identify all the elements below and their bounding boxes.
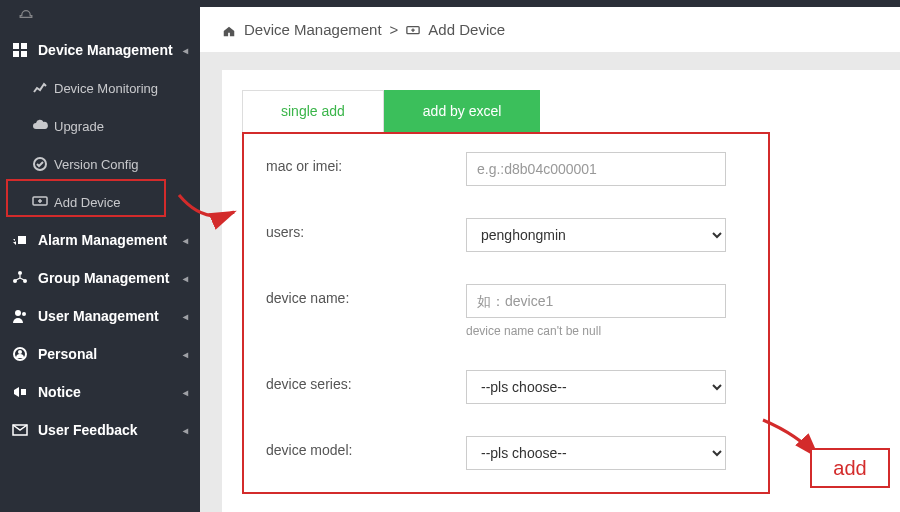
chevron-left-icon: ◂ [183,235,188,246]
sidebar-item-alarm-management[interactable]: Alarm Management ◂ [0,221,200,259]
svg-rect-2 [13,51,19,57]
sidebar-item-label: Device Management [38,42,173,58]
sidebar-item-user-feedback[interactable]: User Feedback ◂ [0,411,200,449]
sidebar-item-device-management[interactable]: Device Management ◂ [0,31,200,69]
chevron-left-icon: ◂ [183,425,188,436]
sidebar-item-notice[interactable]: Notice ◂ [0,373,200,411]
form-row-series: device series: --pls choose-- [266,370,746,404]
sidebar-item-add-device[interactable]: Add Device [0,183,200,221]
sidebar-item-label: Add Device [54,195,120,210]
svg-rect-3 [21,51,27,57]
sidebar-item-label: Notice [38,384,81,400]
sidebar-item-label: User Management [38,308,159,324]
model-select[interactable]: --pls choose-- [466,436,726,470]
chevron-left-icon: ◂ [183,273,188,284]
form-row-mac: mac or imei: [266,152,746,186]
add-device-breadcrumb-icon [406,21,420,38]
user-management-icon [12,308,38,324]
topbar [0,0,900,7]
sidebar-item-upgrade[interactable]: Upgrade [0,107,200,145]
sidebar-item-label: Upgrade [54,119,104,134]
version-icon [32,156,54,172]
mac-input[interactable] [466,152,726,186]
notice-icon [12,384,38,400]
tabs: single add add by excel [242,90,880,132]
chart-icon [32,80,54,96]
svg-point-10 [22,312,26,316]
svg-point-12 [18,350,22,354]
series-label: device series: [266,370,466,392]
svg-rect-0 [13,43,19,49]
sidebar-item-version-config[interactable]: Version Config [0,145,200,183]
sidebar-item-label: Version Config [54,157,139,172]
content: single add add by excel mac or imei: use… [222,70,900,512]
breadcrumb-part2: Add Device [428,21,505,38]
right-column: longitude: latitude: daily flow monthly … [302,494,397,512]
annotation-add-label: add [810,448,890,488]
sidebar: Device Management ◂ Device Monitoring Up… [0,7,200,512]
sidebar-item-label: Personal [38,346,97,362]
sidebar-item-label: Alarm Management [38,232,167,248]
breadcrumb-part1[interactable]: Device Management [244,21,382,38]
tab-single-add[interactable]: single add [242,90,384,132]
series-select[interactable]: --pls choose-- [466,370,726,404]
feedback-icon [12,422,38,438]
tab-add-by-excel[interactable]: add by excel [384,90,541,132]
sidebar-item-label: Device Monitoring [54,81,158,96]
devicename-hint: device name can't be null [466,324,726,338]
sidebar-item-personal[interactable]: Personal ◂ [0,335,200,373]
cloud-icon [32,118,54,134]
svg-point-6 [18,271,22,275]
add-device-icon [32,194,54,210]
form-highlight: mac or imei: users: penghongmin device n… [242,132,770,494]
grid-icon [12,42,38,58]
sidebar-logo [0,7,200,31]
breadcrumb-sep: > [390,21,399,38]
sidebar-item-group-management[interactable]: Group Management ◂ [0,259,200,297]
sidebar-item-user-management[interactable]: User Management ◂ [0,297,200,335]
chevron-left-icon: ◂ [183,45,188,56]
devicename-label: device name: [266,284,466,306]
svg-rect-1 [21,43,27,49]
form-row-model: device model: --pls choose-- [266,436,746,470]
users-label: users: [266,218,466,240]
users-select[interactable]: penghongmin [466,218,726,252]
svg-point-9 [15,310,21,316]
home-icon [222,21,236,38]
chevron-left-icon: ◂ [183,387,188,398]
chevron-left-icon: ◂ [183,349,188,360]
main: Device Management > Add Device single ad… [200,7,900,512]
sidebar-item-label: User Feedback [38,422,138,438]
personal-icon [12,346,38,362]
form-row-users: users: penghongmin [266,218,746,252]
sidebar-item-device-monitoring[interactable]: Device Monitoring [0,69,200,107]
breadcrumb: Device Management > Add Device [200,7,900,52]
mac-label: mac or imei: [266,152,466,174]
devicename-input[interactable] [466,284,726,318]
sidebar-item-label: Group Management [38,270,169,286]
alarm-icon [12,232,38,248]
form-row-devicename: device name: device name can't be null [266,284,746,338]
model-label: device model: [266,436,466,458]
group-icon [12,270,38,286]
chevron-left-icon: ◂ [183,311,188,322]
